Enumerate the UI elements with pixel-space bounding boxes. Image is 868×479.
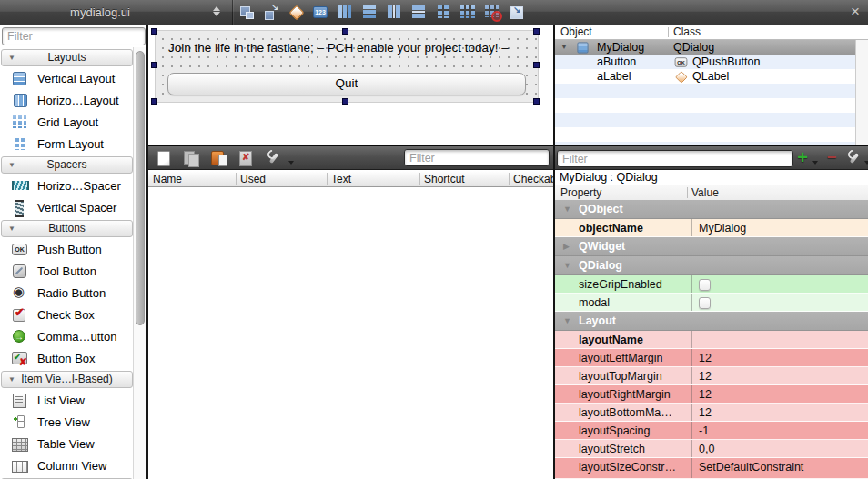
action-filter-input[interactable] (404, 149, 550, 166)
property-row-layoutLeftMargin[interactable]: layoutLeftMargin12 (555, 349, 868, 367)
edit-signals-slots-icon[interactable] (263, 4, 279, 20)
inspector-row-aButton[interactable]: aButtonQPushButton (555, 55, 868, 69)
widget-item[interactable]: Vertical Layout (0, 67, 134, 89)
lay-form-icon[interactable] (435, 4, 451, 20)
widget-item[interactable]: Push Button (0, 238, 134, 260)
widget-item[interactable]: Form Layout (0, 133, 134, 155)
checkbox[interactable] (699, 279, 711, 291)
add-property-icon[interactable] (795, 150, 810, 166)
column-header-name[interactable]: Name (153, 173, 182, 185)
property-row-layoutName[interactable]: layoutName (555, 331, 868, 349)
selection-handle-top-left[interactable] (151, 28, 157, 35)
edit-tab-order-icon[interactable] (312, 4, 328, 20)
property-row-layoutBottomMa…[interactable]: layoutBottomMa…12 (555, 404, 868, 422)
widgetbox-filter-input[interactable] (2, 27, 146, 45)
widget-item[interactable]: Radio Button (0, 282, 134, 304)
property-value: 12 (691, 404, 868, 421)
property-rows: ▼QObjectobjectNameMyDialog▶QWidget▼QDial… (555, 200, 868, 479)
property-row-objectName[interactable]: objectNameMyDialog (555, 219, 868, 237)
checkbox[interactable] (699, 297, 711, 309)
remove-property-icon[interactable] (824, 150, 839, 166)
column-header-class[interactable]: Class (673, 25, 701, 38)
widget-item[interactable]: Tool Button (0, 260, 134, 282)
lay-split-vertical-icon[interactable] (410, 4, 427, 20)
inspector-row-MyDialog[interactable]: ▼MyDialogQDialog (555, 40, 868, 55)
property-row-layoutRightMargin[interactable]: layoutRightMargin12 (555, 385, 868, 404)
delete-action-icon[interactable] (237, 150, 254, 166)
lay-split-horizontal-icon[interactable] (386, 4, 402, 20)
action-table-header: NameUsedTextShortcutCheckab (148, 171, 553, 187)
selection-handle-bottom-mid[interactable] (342, 98, 348, 105)
configure-icon[interactable] (265, 150, 281, 166)
column-header-checkab[interactable]: Checkab (513, 173, 556, 185)
break-layout-icon[interactable] (484, 4, 500, 20)
column-header-property[interactable]: Property (560, 186, 601, 199)
widget-item-label: Push Button (37, 243, 102, 256)
property-row-sizeGripEnabled[interactable]: sizeGripEnabled (555, 275, 868, 294)
widget-item[interactable]: Check Box (0, 304, 134, 325)
section-row-QObject[interactable]: ▼QObject (555, 200, 868, 219)
column-header-value[interactable]: Value (691, 186, 719, 199)
column-header-object[interactable]: Object (560, 25, 592, 38)
property-row-layoutSizeConstr…[interactable]: layoutSizeConstr…SetDefaultConstraint (555, 458, 868, 479)
object-inspector-scrollbar[interactable] (855, 40, 868, 145)
configure-icon[interactable] (845, 150, 862, 166)
property-row-layoutSpacing[interactable]: layoutSpacing-1 (555, 422, 868, 440)
widgetbox-scrollbar[interactable] (133, 47, 146, 479)
widgetbox-category[interactable]: ▼Buttons (1, 220, 133, 237)
widgetbox-category[interactable]: ▼Item Vie…l-Based) (1, 371, 133, 388)
scrollbar-thumb[interactable] (136, 51, 145, 325)
lay-horizontal-icon[interactable] (337, 4, 353, 20)
adjust-size-icon[interactable] (509, 4, 525, 20)
widget-item[interactable]: Horizo…Spacer (0, 175, 134, 196)
widget-item[interactable]: Grid Layout (0, 111, 134, 133)
property-row-layoutStretch[interactable]: layoutStretch0,0 (555, 440, 868, 458)
widget-item[interactable]: Tree View (0, 411, 134, 433)
selection-handle-top-mid[interactable] (342, 28, 348, 35)
value-text: 0,0 (699, 443, 714, 455)
designed-quit-button[interactable]: Quit (167, 73, 526, 95)
column-divider[interactable] (668, 27, 669, 37)
property-editor: MyDialog : QDialog Property Value ▼QObje… (555, 145, 868, 479)
property-row-modal[interactable]: modal (555, 294, 868, 312)
lay-grid-icon[interactable] (459, 4, 476, 20)
selection-handle-mid-left[interactable] (151, 62, 157, 68)
section-row-QDialog[interactable]: ▼QDialog (555, 256, 868, 275)
widget-item[interactable]: Button Box (0, 347, 134, 369)
column-divider (419, 173, 420, 185)
property-row-layoutTopMargin[interactable]: layoutTopMargin12 (555, 367, 868, 385)
lay-vertical-icon[interactable] (361, 4, 378, 20)
paste-action-icon[interactable] (210, 150, 227, 166)
selection-handle-bottom-right[interactable] (533, 98, 540, 105)
column-header-shortcut[interactable]: Shortcut (424, 173, 465, 185)
column-header-text[interactable]: Text (331, 173, 351, 185)
property-filter-input[interactable] (557, 150, 793, 167)
section-row-Layout[interactable]: ▼Layout (555, 312, 868, 331)
close-icon[interactable]: × (851, 2, 860, 22)
command-button-icon (12, 329, 27, 344)
selection-handle-mid-right[interactable] (533, 62, 540, 68)
widget-item[interactable]: Column View (0, 454, 134, 476)
designed-label[interactable]: Join the life in the fastlane; – PCH ena… (168, 41, 530, 55)
widget-item[interactable]: Table View (0, 433, 134, 454)
widgetbox-category[interactable]: ▼Spacers (1, 156, 133, 174)
section-row-QWidget[interactable]: ▶QWidget (555, 237, 868, 256)
copy-action-icon[interactable] (183, 150, 199, 166)
widget-item[interactable]: Vertical Spacer (0, 196, 134, 218)
new-action-icon[interactable] (156, 150, 172, 166)
selection-handle-top-right[interactable] (533, 28, 540, 35)
document-spinner[interactable] (213, 5, 222, 17)
inspector-row-aLabel[interactable]: aLabelQLabel (555, 69, 868, 84)
column-header-used[interactable]: Used (240, 173, 266, 185)
widgetbox-category[interactable]: ▼Layouts (1, 49, 133, 66)
selection-handle-bottom-left[interactable] (151, 98, 157, 105)
widget-item[interactable]: List View (0, 389, 134, 411)
widget-item-label: Tree View (37, 415, 90, 429)
widget-item[interactable]: Comma…utton (0, 325, 134, 347)
widget-item[interactable]: Horizo…Layout (0, 89, 134, 111)
edit-buddies-icon[interactable] (288, 4, 304, 20)
column-divider[interactable] (687, 187, 688, 198)
empty-row (555, 113, 868, 127)
designed-dialog[interactable]: Join the life in the fastlane; – PCH ena… (155, 30, 539, 103)
edit-widgets-icon[interactable] (238, 4, 255, 20)
